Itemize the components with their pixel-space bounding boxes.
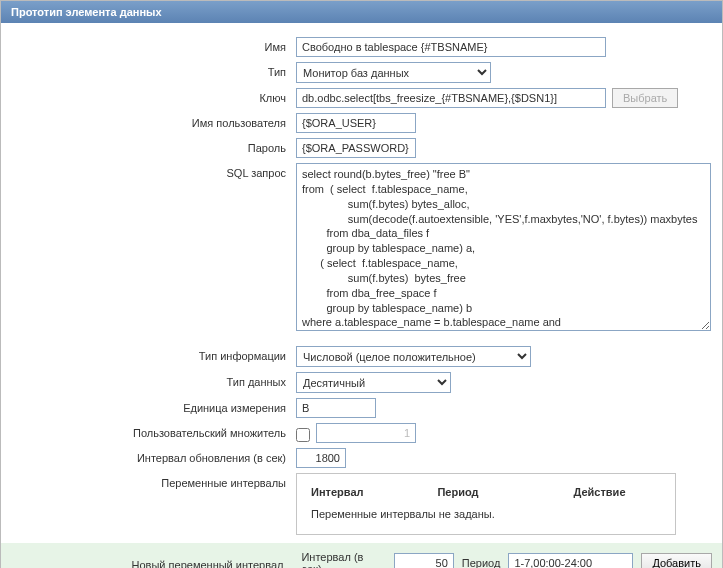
label-data-type: Тип данных: [11, 372, 296, 388]
col-period: Период: [437, 486, 573, 498]
label-key: Ключ: [11, 88, 296, 104]
row-type: Тип Монитор баз данных: [11, 62, 712, 83]
label-unit: Единица измерения: [11, 398, 296, 414]
row-info-type: Тип информации Числовой (целое положител…: [11, 346, 712, 367]
row-update-interval: Интервал обновления (в сек): [11, 448, 712, 468]
flexible-intervals-header: Интервал Период Действие: [311, 482, 661, 506]
row-unit: Единица измерения: [11, 398, 712, 418]
password-input[interactable]: [296, 138, 416, 158]
label-name: Имя: [11, 37, 296, 53]
label-username: Имя пользователя: [11, 113, 296, 129]
multiplier-input: [316, 423, 416, 443]
multiplier-checkbox[interactable]: [296, 428, 310, 442]
col-interval: Интервал: [311, 486, 437, 498]
new-interval-interval-label: Интервал (в сек): [301, 551, 385, 568]
row-sql: SQL запрос select round(b.bytes_free) "f…: [11, 163, 712, 331]
label-flexible-intervals: Переменные интервалы: [11, 473, 296, 489]
new-interval-value-input[interactable]: [394, 553, 454, 568]
row-key: Ключ Выбрать: [11, 88, 712, 108]
sql-textarea[interactable]: select round(b.bytes_free) "free B" from…: [296, 163, 711, 331]
data-type-select[interactable]: Десятичный: [296, 372, 451, 393]
label-password: Пароль: [11, 138, 296, 154]
select-key-button: Выбрать: [612, 88, 678, 108]
row-username: Имя пользователя: [11, 113, 712, 133]
row-flexible-intervals: Переменные интервалы Интервал Период Дей…: [11, 473, 712, 535]
window: Прототип элемента данных Имя Тип Монитор…: [0, 0, 723, 568]
key-input[interactable]: [296, 88, 606, 108]
flexible-intervals-empty: Переменные интервалы не заданы.: [311, 506, 661, 520]
row-data-type: Тип данных Десятичный: [11, 372, 712, 393]
username-input[interactable]: [296, 113, 416, 133]
label-info-type: Тип информации: [11, 346, 296, 362]
update-interval-input[interactable]: [296, 448, 346, 468]
new-interval-period-label: Период: [462, 557, 501, 568]
new-interval-row: Новый переменный интервал Интервал (в се…: [1, 543, 722, 568]
type-select[interactable]: Монитор баз данных: [296, 62, 491, 83]
add-interval-button[interactable]: Добавить: [641, 553, 712, 568]
label-multiplier: Пользовательский множитель: [11, 423, 296, 439]
row-password: Пароль: [11, 138, 712, 158]
flexible-intervals-box: Интервал Период Действие Переменные инте…: [296, 473, 676, 535]
info-type-select[interactable]: Числовой (целое положительное): [296, 346, 531, 367]
col-action: Действие: [574, 486, 662, 498]
label-type: Тип: [11, 62, 296, 78]
window-title: Прототип элемента данных: [1, 1, 722, 23]
label-update-interval: Интервал обновления (в сек): [11, 448, 296, 464]
form: Имя Тип Монитор баз данных Ключ Выбрать …: [1, 23, 722, 535]
label-new-interval: Новый переменный интервал: [11, 555, 293, 568]
row-multiplier: Пользовательский множитель: [11, 423, 712, 443]
new-interval-period-input[interactable]: [508, 553, 633, 568]
label-sql: SQL запрос: [11, 163, 296, 179]
row-name: Имя: [11, 37, 712, 57]
name-input[interactable]: [296, 37, 606, 57]
unit-input[interactable]: [296, 398, 376, 418]
